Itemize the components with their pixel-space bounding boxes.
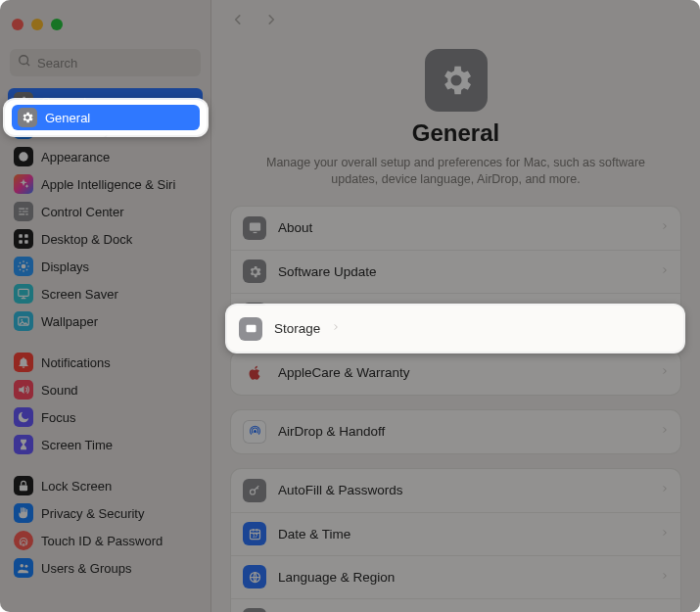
- row-label: AutoFill & Passwords: [278, 483, 649, 497]
- fingerprint-icon: [14, 531, 33, 550]
- sidebar-item-label: General: [41, 95, 86, 110]
- sidebar-item-label: Sound: [41, 383, 78, 398]
- settings-group: AirDrop & Handoff: [231, 410, 680, 453]
- gear-icon: [14, 92, 33, 112]
- siri-icon: [14, 174, 33, 194]
- row-label: Software Update: [278, 264, 649, 279]
- search-field[interactable]: [10, 49, 201, 76]
- page-subtitle: Manage your overall setup and preference…: [251, 155, 662, 189]
- sidebar-item-screen-time[interactable]: Screen Time: [8, 431, 203, 458]
- fullscreen-button[interactable]: [51, 19, 63, 30]
- row-applecare[interactable]: AppleCare & Warranty: [231, 352, 680, 395]
- sidebar-item-appearance[interactable]: Appearance: [8, 143, 203, 170]
- row-software-update[interactable]: Software Update: [231, 250, 680, 293]
- row-label: Language & Region: [278, 570, 649, 585]
- sidebar-item-label: Apple Intelligence & Siri: [41, 177, 175, 192]
- nav-back-button[interactable]: [231, 11, 245, 32]
- login-items-icon: [243, 608, 266, 612]
- storage-icon: [243, 303, 266, 326]
- sidebar-item-screen-saver[interactable]: Screen Saver: [8, 280, 203, 307]
- row-label: About: [278, 220, 649, 235]
- settings-group: About Software Update Storage: [231, 207, 680, 336]
- chevron-right-icon: [661, 264, 669, 279]
- wallpaper-icon: [14, 311, 33, 331]
- sidebar-item-general[interactable]: General: [8, 88, 203, 116]
- sidebar-list: General Accessibility Appearance Apple I…: [0, 84, 210, 586]
- nav-forward-button[interactable]: [264, 11, 278, 32]
- chevron-right-icon: [661, 570, 669, 585]
- chevron-right-icon: [661, 483, 669, 497]
- desktop-dock-icon: [14, 229, 33, 249]
- row-storage[interactable]: Storage: [231, 293, 680, 336]
- sidebar: General Accessibility Appearance Apple I…: [0, 0, 211, 612]
- sidebar-item-lock-screen[interactable]: Lock Screen: [8, 472, 203, 499]
- hourglass-icon: [14, 435, 33, 454]
- speaker-icon: [14, 380, 33, 400]
- row-label: AirDrop & Handoff: [278, 424, 649, 439]
- sidebar-item-label: Wallpaper: [41, 314, 98, 329]
- row-autofill-passwords[interactable]: AutoFill & Passwords: [231, 469, 680, 512]
- bell-icon: [14, 353, 33, 372]
- sidebar-item-notifications[interactable]: Notifications: [8, 349, 203, 376]
- sidebar-item-privacy-security[interactable]: Privacy & Security: [8, 499, 203, 527]
- close-button[interactable]: [12, 19, 23, 30]
- sidebar-item-desktop-dock[interactable]: Desktop & Dock: [8, 225, 203, 253]
- sidebar-item-label: Privacy & Security: [41, 506, 144, 521]
- sidebar-item-displays[interactable]: Displays: [8, 253, 203, 280]
- sidebar-item-label: Touch ID & Password: [41, 534, 163, 548]
- system-settings-window: General Accessibility Appearance Apple I…: [0, 0, 700, 612]
- accessibility-icon: [14, 119, 33, 139]
- sidebar-item-focus[interactable]: Focus: [8, 403, 203, 431]
- sidebar-item-label: Users & Groups: [41, 561, 131, 576]
- chevron-right-icon: [661, 365, 669, 380]
- row-airdrop-handoff[interactable]: AirDrop & Handoff: [231, 410, 680, 453]
- appearance-icon: [14, 147, 33, 166]
- chevron-right-icon: [661, 527, 669, 541]
- sidebar-item-wallpaper[interactable]: Wallpaper: [8, 307, 203, 335]
- sidebar-item-label: Accessibility: [41, 122, 111, 137]
- row-date-time[interactable]: Date & Time: [231, 512, 680, 555]
- content-pane: General Manage your overall setup and pr…: [211, 0, 700, 612]
- sidebar-item-label: Control Center: [41, 205, 124, 219]
- sidebar-item-label: Screen Saver: [41, 287, 118, 302]
- software-update-icon: [243, 259, 266, 283]
- search-icon: [18, 54, 31, 71]
- sidebar-item-label: Displays: [41, 259, 89, 274]
- displays-icon: [14, 257, 33, 276]
- sidebar-item-label: Notifications: [41, 355, 111, 370]
- page-title: General: [412, 119, 499, 147]
- hand-icon: [14, 503, 33, 523]
- row-label: Date & Time: [278, 527, 649, 541]
- moon-icon: [14, 407, 33, 427]
- screen-saver-icon: [14, 284, 33, 304]
- row-about[interactable]: About: [231, 207, 680, 250]
- row-label: AppleCare & Warranty: [278, 365, 649, 380]
- settings-group: AutoFill & Passwords Date & Time Languag…: [231, 469, 680, 612]
- sidebar-item-label: Appearance: [41, 150, 110, 165]
- search-input[interactable]: [37, 56, 193, 71]
- row-login-items[interactable]: Login Items & Extensions: [231, 598, 680, 612]
- sidebar-item-apple-intelligence[interactable]: Apple Intelligence & Siri: [8, 170, 203, 198]
- people-icon: [14, 558, 33, 578]
- gear-icon: [425, 49, 488, 112]
- key-icon: [243, 479, 266, 502]
- airdrop-icon: [243, 420, 266, 444]
- sidebar-item-control-center[interactable]: Control Center: [8, 198, 203, 225]
- control-center-icon: [14, 202, 33, 221]
- chevron-right-icon: [661, 220, 669, 235]
- sidebar-item-sound[interactable]: Sound: [8, 376, 203, 403]
- nav-bar: [211, 0, 700, 43]
- sidebar-item-users-groups[interactable]: Users & Groups: [8, 554, 203, 582]
- sidebar-item-touch-id[interactable]: Touch ID & Password: [8, 527, 203, 554]
- sidebar-item-label: Focus: [41, 410, 75, 425]
- sidebar-item-label: Lock Screen: [41, 479, 112, 494]
- lock-icon: [14, 476, 33, 495]
- row-label: Storage: [278, 307, 649, 322]
- minimize-button[interactable]: [31, 19, 43, 30]
- chevron-right-icon: [661, 307, 669, 322]
- row-language-region[interactable]: Language & Region: [231, 555, 680, 598]
- window-controls: [0, 0, 210, 49]
- settings-group: AppleCare & Warranty: [231, 352, 680, 395]
- sidebar-item-accessibility[interactable]: Accessibility: [8, 116, 203, 143]
- globe-icon: [243, 565, 266, 588]
